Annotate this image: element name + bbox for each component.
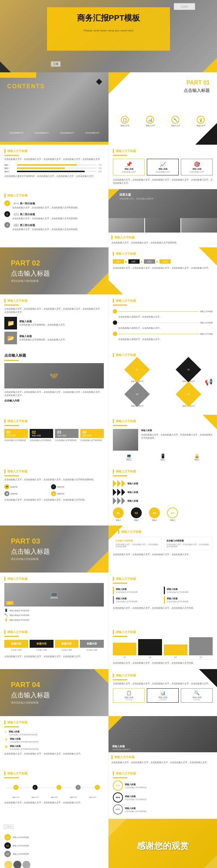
arr-1a [113, 480, 116, 487]
il11-b3: 点击此处输入文字说明内容内容内容 [10, 748, 39, 750]
pct-item-1: 70% 请输入标题 点击此处输入文字说明内容 [113, 780, 213, 791]
il11-h2: 请输入标题 [10, 737, 39, 741]
dark-icon-row-2: 📂 请输入标题 点击此处输入文字说明内容，点击此处输入文字。 [4, 332, 104, 344]
it-text-4: 标题内容 [57, 493, 64, 495]
circle-label-4: 请输入 [167, 519, 178, 521]
diamond-1-num: 01 [136, 369, 139, 371]
icon-list-11: ☀ 请输入标题 点击此处输入文字说明内容内容内容 ⚡ 请输入标题 点击此处输入文… [4, 730, 104, 750]
circle-arrow-3: → [162, 513, 165, 516]
prog-bar-1-fill [17, 164, 77, 166]
corner-triangle-bl [0, 61, 11, 72]
pct-item-2: 55% 请输入标题 点击此处输入文字说明内容 [113, 792, 213, 803]
dark-icon-heading: 请输入标题 [19, 320, 67, 323]
dark-icon-text: 请输入标题 点击此处输入文字说明内容，点击此处输入文字。 [19, 320, 67, 327]
section-title-p02: 请输入文字标题 [113, 252, 213, 256]
click-content-6: 点击输入内容 [4, 399, 104, 403]
row3: 请输入文字标题 点击此处输入文字，点击此处输入文字，点击此处输入文字，点击此处输… [0, 145, 217, 189]
photo-text-row: 请输入标题 点击此处输入文字，点击此处输入文字，点击此处输入文字，点击此处输入文… [113, 429, 213, 451]
ht-label-1: 请输入文字 [6, 796, 25, 798]
grid-text-9-1: 点击此处输入文字内容说明 [116, 591, 160, 593]
ht-dot-3: 3 [56, 785, 61, 790]
photo-text: 请输入标题 点击此处输入文字，点击此处输入文字，点击此处输入文字，点击此处输入文… [141, 429, 213, 451]
part04-right: 请输入文字标题 点击此处输入文字，点击此处输入文字，点击此处输入文字，点击此处输… [109, 669, 217, 716]
section-title-9a: 请输入文字标题 [4, 577, 104, 581]
photo-text-11: 请输入标题 点击此处输入说明文字 [112, 745, 215, 750]
body-11a: 点击此处输入文字，点击此处输入文字，点击此处输入文字，点击此处输入文字。 [4, 752, 104, 756]
num-2: 2 [4, 211, 10, 217]
prog-row-3: 项目三 85% [4, 170, 104, 173]
step-arrow-1: ▶ [125, 260, 127, 263]
tl-content-2: 点击此处输入说明文字，点击此处输入文字。 [118, 327, 213, 330]
diamond-4-num: 04 [187, 393, 190, 395]
h-timeline: 1 2 3 4 5 [6, 784, 102, 791]
section-title-11b: 请输入文字标题 [111, 755, 214, 759]
icon-box-2: 📈 请输入标题 点击此处输入文字 [147, 159, 179, 175]
laptop-icon: 💻 [50, 591, 59, 599]
tri-bl [109, 280, 123, 294]
content-left-9: 请输入文字标题 💻 点击 📱 请输入标题文字内容说明 🔧 请输入标题文字内容说明… [0, 573, 109, 626]
dia-4: 04 请输入标题文字 [164, 385, 213, 407]
cb-text-1: 点击此处输入文字，点击此处输入文字，点击此处输入文字内容说明。 [115, 543, 159, 548]
num-box-1: 01 请输入标题 点击此处输入文字说明内容 [4, 429, 28, 443]
tl-dot-2 [113, 320, 117, 325]
body-3a: 点击此处输入文字，点击此处输入文字，点击此处输入文字，点击此处输入文字，点击此处… [4, 158, 104, 161]
section-title-6b: 请输入文字标题 [113, 353, 213, 357]
cl-text-3: 请输入文字内容说明 [13, 853, 29, 855]
circle-2: 02 请输入 [131, 507, 142, 521]
hr-p04 [113, 679, 127, 680]
il-text-3: 请输入标题文字内容说明 [9, 619, 29, 621]
content-right-10: 请输入文字标题 Q1 Q2 Q3 Q4 点击此处输入文字，点击此处输入文字，点击… [109, 626, 217, 669]
arr-3a [113, 497, 116, 505]
tl-body-1: 点击此处输入说明文字，点击此处输入文字。 [118, 315, 213, 319]
prog-bar-1-bg [17, 164, 97, 166]
icon-p04-t2: 点击此处 [149, 698, 176, 701]
content-right-7: 请输入文字标题 请输入标题 点击此处输入文字，点击此处输入文字，点击此处输入文字… [109, 415, 217, 465]
row10: 请输入文字标题 标题内容 点击输入说明 标题内容 点击输入说明 标题内容 点击输… [0, 626, 217, 669]
photo-lg: 🤝 [4, 363, 104, 388]
content-left-4: 请输入文字标题 1 （一）第一部分标题 点击此处输入文字，点击此处输入文字，点击… [0, 189, 109, 247]
grid-text-9-4: 点击此处输入文字内容说明 [167, 600, 211, 603]
grid-heading-9-4: 请输入标题 [167, 597, 211, 600]
icon-label-7-2: 请输入 [147, 459, 179, 461]
icon-label-2: 请输入文字 [146, 124, 155, 127]
part02-title: 点击输入标题 [11, 269, 98, 278]
cbr-text-1: 点击输入说明 [4, 648, 28, 652]
dark-icon-body: 点击此处输入文字说明内容，点击此处输入文字。 [19, 323, 67, 327]
step-row-1: 步骤一 ▶ 步骤二 ▶ 步骤三 ▶ 步骤四 [113, 259, 213, 264]
content-right-9: 请输入文字标题 请输入标题 点击此处输入文字内容说明 请输入标题 点击此处输入文… [109, 573, 217, 626]
ht-labels: 请输入文字 请输入文字 请输入文字 请输入文字 请输入文字 [6, 796, 102, 798]
il11-1: ☀ 请输入标题 点击此处输入文字说明内容内容内容 [4, 730, 104, 736]
num-box-2: 02 请输入标题 点击此处输入文字说明内容 [30, 429, 53, 443]
pct-text-1: 请输入标题 点击此处输入文字说明内容 [125, 783, 146, 788]
it-icon-2: ✓ [51, 484, 56, 489]
section-title-11a: 请输入文字标题 [4, 720, 104, 724]
tl-line-2 [118, 323, 199, 323]
box-title-1: 请输入标题 [7, 434, 26, 437]
content-left-6: 点击输入标题 🤝 点击此处输入文字，点击此处输入文字，点击此处输入文字，点击此处… [0, 349, 109, 415]
hr-6a [4, 360, 19, 361]
contents-part01-row: CONTENTS 点击此处修改文字 点击此处修改文字 点击此处修改文字 点击此处… [0, 72, 217, 145]
il-icon-2: 🔧 [4, 613, 8, 617]
icon-label-3: 请输入文字 [171, 124, 180, 127]
step-1: 步骤一 [113, 259, 124, 264]
dec-circle-2 [13, 861, 21, 868]
tl-line-3 [118, 334, 199, 334]
ht-label-2: 请输入文字 [25, 796, 44, 798]
photo-body: 点击此处输入文字，点击此处输入文字，点击此处输入文字，点击此处输入文字内容说明。 [141, 433, 213, 440]
part04-content: PART 04 点击输入标题 请在此处输入您的副标题 [0, 669, 109, 716]
logo-text-bottom: LOGO [4, 825, 13, 829]
section-title-p03: 请输入文字标题 [118, 530, 213, 534]
row5: 请输入文字标题 点击此处输入文字，点击此处输入文字，点击此处输入文字，点击此处输… [0, 294, 217, 349]
box-text-4: 点击此处输入文字说明内容 [80, 438, 104, 443]
body-p04: 点击此处输入文字，点击此处输入文字，点击此处输入文字，点击此处输入文字，点击此处… [113, 682, 213, 685]
row6: 点击输入标题 🤝 点击此处输入文字，点击此处输入文字，点击此处输入文字，点击此处… [0, 349, 217, 415]
box-title-4: 请输入标题 [82, 434, 102, 437]
hr-7b [113, 425, 127, 426]
body-8a-2: 点击此处输入文字，点击此处输入文字，点击此处输入文字，点击此处输入文字内容。 [4, 498, 104, 502]
nav-item-2: 点击此处修改文字 [34, 132, 49, 134]
section-title-7b: 请输入文字标题 [113, 419, 213, 423]
icon-box-label-2: 请输入标题 [149, 168, 176, 170]
pct-heading-3: 请输入标题 [125, 807, 146, 810]
tl-item-3: 请输入文字标题 [113, 332, 213, 336]
ht-line [6, 787, 102, 788]
